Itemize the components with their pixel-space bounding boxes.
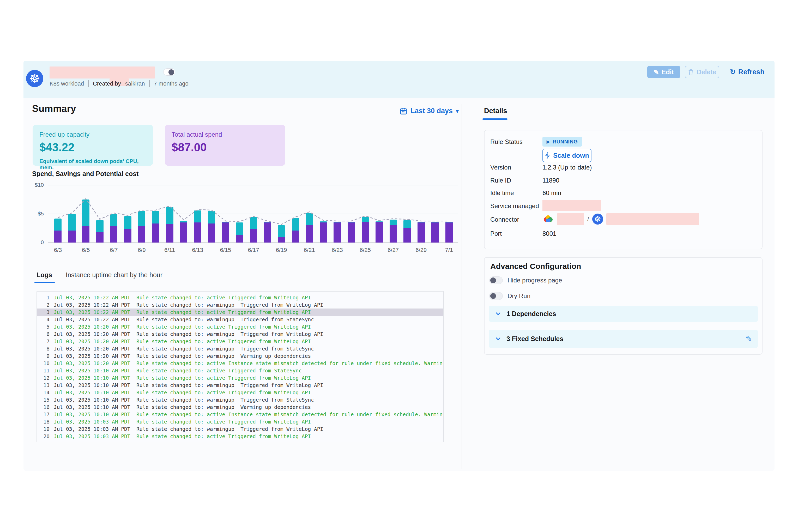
bar-spend-segment	[292, 230, 299, 243]
google-cloud-icon	[543, 214, 554, 224]
log-message: Jul 03, 2025 10:10 AM PDT Rule state cha…	[54, 390, 311, 396]
fixed-schedules-accordion[interactable]: 3 Fixed Schedules ✎	[489, 330, 758, 348]
accordion-title: 3 Fixed Schedules	[507, 335, 563, 343]
bar-savings-segment	[362, 217, 369, 222]
log-row[interactable]: 17Jul 03, 2025 10:10 AM PDT Rule state c…	[37, 411, 443, 418]
log-message: Jul 03, 2025 10:20 AM PDT Rule state cha…	[54, 346, 314, 352]
tab-details[interactable]: Details	[484, 107, 507, 115]
page: ☸ K8s workload Created by saikiran 7 mon…	[0, 0, 798, 532]
log-row[interactable]: 14Jul 03, 2025 10:10 AM PDT Rule state c…	[37, 389, 443, 396]
bar-spend-segment	[362, 222, 369, 243]
bar-spend-segment	[194, 223, 201, 243]
calendar-icon	[400, 107, 407, 115]
workload-type-label: K8s workload	[50, 80, 84, 87]
x-axis-tick-label: 6/21	[299, 247, 320, 253]
log-row[interactable]: 2Jul 03, 2025 10:22 AM PDT Rule state ch…	[37, 301, 443, 308]
freed-up-capacity-card: Freed-up capacity $43.22 Equivalent of s…	[33, 125, 153, 166]
bar-spend-segment	[180, 223, 187, 243]
log-row[interactable]: 5Jul 03, 2025 10:20 AM PDT Rule state ch…	[37, 323, 443, 330]
log-message: Jul 03, 2025 10:03 AM PDT Rule state cha…	[54, 419, 311, 425]
service-managed-label: Service managed	[490, 202, 539, 210]
toggle-knob	[490, 293, 496, 299]
x-axis-tick-label: 6/3	[48, 247, 68, 253]
refresh-icon: ↻	[730, 68, 736, 76]
log-line-number: 11	[37, 368, 50, 374]
workload-meta: K8s workload Created by saikiran 7 month…	[50, 80, 189, 87]
log-row[interactable]: 6Jul 03, 2025 10:20 AM PDT Rule state ch…	[37, 330, 443, 338]
log-message: Jul 03, 2025 10:22 AM PDT Rule state cha…	[54, 317, 314, 323]
log-row[interactable]: 12Jul 03, 2025 10:10 AM PDT Rule state c…	[37, 374, 443, 382]
x-axis-tick-label: 6/15	[215, 247, 236, 253]
dry-run-toggle-row: Dry Run	[489, 292, 530, 300]
connector-separator: /	[587, 215, 589, 223]
x-axis-tick-label: 6/13	[187, 247, 208, 253]
log-line-number: 17	[37, 412, 50, 418]
log-row[interactable]: 9Jul 03, 2025 10:20 AM PDT Rule state ch…	[37, 352, 443, 360]
bar-spend-segment	[320, 223, 327, 243]
bar-spend-segment	[222, 223, 229, 243]
rule-status-badge: ▶ RUNNING	[543, 137, 582, 147]
x-axis-tick-label: 6/27	[383, 247, 404, 253]
refresh-button[interactable]: ↻ Refresh	[727, 66, 767, 78]
log-row[interactable]: 15Jul 03, 2025 10:10 AM PDT Rule state c…	[37, 396, 443, 403]
author-name: saikiran	[125, 80, 145, 87]
bar-savings-segment	[54, 218, 61, 230]
summary-heading: Summary	[32, 103, 76, 114]
bar-savings-segment	[180, 221, 187, 223]
log-row[interactable]: 7Jul 03, 2025 10:20 AM PDT Rule state ch…	[37, 338, 443, 345]
log-row[interactable]: 3Jul 03, 2025 10:22 AM PDT Rule state ch…	[37, 308, 443, 316]
chart-title: Spend, Savings and Potential cost	[32, 170, 138, 177]
bar-spend-segment	[376, 222, 383, 243]
log-message: Jul 03, 2025 10:10 AM PDT Rule state cha…	[54, 375, 311, 381]
log-line-number: 16	[37, 404, 50, 410]
log-row[interactable]: 13Jul 03, 2025 10:10 AM PDT Rule state c…	[37, 382, 443, 389]
rule-enabled-toggle[interactable]	[163, 68, 175, 76]
date-range-picker[interactable]: Last 30 days ▾	[400, 107, 459, 115]
log-row[interactable]: 4Jul 03, 2025 10:22 AM PDT Rule state ch…	[37, 316, 443, 323]
log-line-number: 4	[37, 317, 50, 323]
bar-savings-segment	[194, 210, 201, 223]
bar-spend-segment	[445, 223, 453, 243]
bar-spend-segment	[124, 229, 131, 243]
toggle-label: Hide progress page	[508, 277, 562, 284]
created-by-label: Created by	[93, 80, 121, 87]
log-line-number: 12	[37, 375, 50, 381]
bar-spend-segment	[278, 237, 285, 243]
bar-spend-segment	[54, 230, 61, 243]
delete-button[interactable]: Delete	[685, 66, 719, 78]
bar-spend-segment	[96, 232, 103, 243]
log-row[interactable]: 11Jul 03, 2025 10:10 AM PDT Rule state c…	[37, 367, 443, 374]
dry-run-toggle[interactable]	[489, 292, 503, 300]
rule-id-value: 11890	[543, 177, 559, 184]
log-line-number: 14	[37, 390, 50, 396]
bar-savings-segment	[250, 217, 257, 229]
edit-schedules-icon[interactable]: ✎	[746, 334, 752, 343]
bar-savings-segment	[431, 222, 439, 223]
dependencies-accordion[interactable]: 1 Dependencies	[489, 306, 758, 322]
log-line-number: 1	[37, 295, 50, 301]
log-row[interactable]: 20Jul 03, 2025 10:03 AM PDT Rule state c…	[37, 433, 443, 440]
hide-progress-toggle-row: Hide progress page	[489, 277, 562, 284]
log-row[interactable]: 19Jul 03, 2025 10:03 AM PDT Rule state c…	[37, 425, 443, 433]
tab-instance-uptime[interactable]: Instance uptime chart by the hour	[66, 271, 163, 279]
scale-down-button[interactable]: Scale down	[543, 149, 591, 162]
log-line-number: 2	[37, 302, 50, 308]
idle-time-value: 60 min	[543, 189, 561, 197]
kubernetes-icon: ☸	[592, 214, 603, 225]
connector-cluster-redacted	[606, 213, 699, 225]
x-axis-tick-label: 6/9	[131, 247, 152, 253]
log-row[interactable]: 10Jul 03, 2025 10:20 AM PDT Rule state c…	[37, 360, 443, 367]
log-viewer[interactable]: 1Jul 03, 2025 10:22 AM PDT Rule state ch…	[37, 291, 444, 442]
hide-progress-toggle[interactable]	[489, 277, 503, 284]
tab-logs[interactable]: Logs	[37, 271, 52, 279]
log-row[interactable]: 1Jul 03, 2025 10:22 AM PDT Rule state ch…	[37, 294, 443, 301]
advanced-configuration-heading: Advanced Configuration	[490, 262, 581, 271]
log-row[interactable]: 8Jul 03, 2025 10:20 AM PDT Rule state ch…	[37, 345, 443, 352]
bar-savings-segment	[166, 207, 173, 224]
port-label: Port	[490, 230, 502, 237]
edit-button[interactable]: ✎ Edit	[647, 66, 680, 78]
log-line-number: 18	[37, 419, 50, 425]
log-row[interactable]: 18Jul 03, 2025 10:03 AM PDT Rule state c…	[37, 418, 443, 425]
log-row[interactable]: 16Jul 03, 2025 10:10 AM PDT Rule state c…	[37, 403, 443, 411]
log-line-number: 19	[37, 426, 50, 432]
